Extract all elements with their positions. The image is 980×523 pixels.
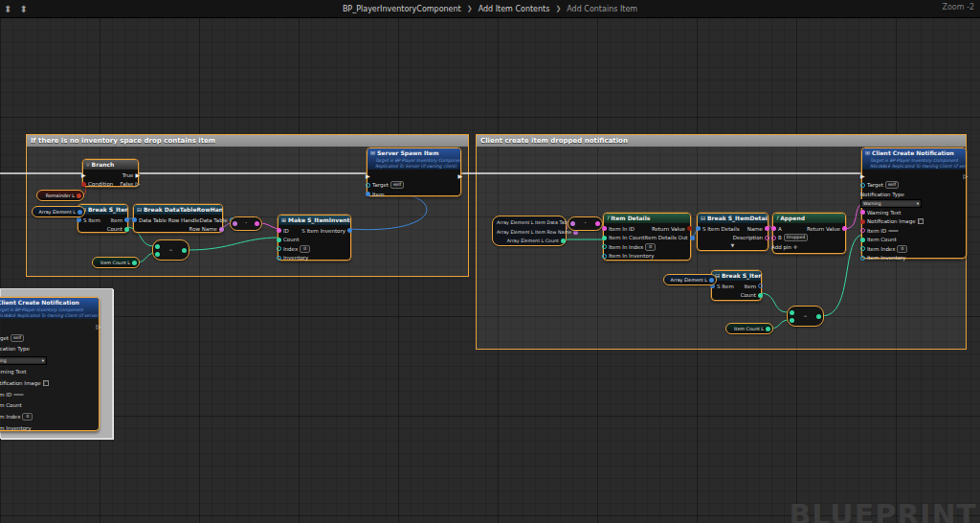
client-create-notification-preview-dropdown[interactable]: Warning▾ bbox=[0, 356, 47, 365]
subtract-2-out-pin[interactable] bbox=[816, 314, 821, 319]
client-create-notification-item-id-pin[interactable] bbox=[860, 228, 865, 233]
make-s-iteminventory-index-pin[interactable] bbox=[277, 246, 281, 251]
client-create-notification-input-box[interactable]: 0 bbox=[897, 245, 907, 253]
subtract-1-in-pin-1[interactable] bbox=[155, 252, 160, 257]
append-header[interactable]: fAppend bbox=[773, 214, 845, 223]
client-create-notification-self-box[interactable]: self bbox=[885, 181, 899, 189]
server-spawn-item-exec-out-pin[interactable]: ▶ bbox=[457, 173, 462, 179]
make-s-iteminventory-node[interactable]: ⊞Make S_ItemInventoryIDS Item InventoryC… bbox=[278, 215, 351, 261]
break-s-item-2-node[interactable]: ⊟Break S_ItemS ItemItemCount bbox=[711, 270, 762, 301]
subtract-2-node[interactable]: – bbox=[787, 306, 824, 327]
array-element-l-2-pin[interactable] bbox=[709, 278, 714, 283]
append-input-box[interactable]: Dropped bbox=[784, 234, 808, 241]
break-s-item-count-pin[interactable] bbox=[124, 227, 129, 232]
client-create-notification-preview-input-box[interactable] bbox=[13, 394, 24, 396]
remainder-l-getter[interactable]: Remainder L bbox=[36, 190, 84, 201]
name-to-string-2-node[interactable]: · bbox=[568, 216, 603, 231]
client-create-notification-image-checkbox[interactable] bbox=[918, 218, 924, 224]
name-to-string-1-in-pin-0[interactable] bbox=[233, 221, 237, 226]
break-s-item-2-item-pin[interactable] bbox=[758, 284, 763, 288]
append-b-pin[interactable] bbox=[771, 236, 776, 240]
nav-arrow-icon-1[interactable]: ⬍ bbox=[4, 4, 11, 14]
name-to-string-1-out-pin[interactable] bbox=[255, 221, 259, 226]
item-details-header[interactable]: fItem Details bbox=[604, 214, 690, 223]
item-details-node[interactable]: fItem DetailsItem In IDReturn ValueItem … bbox=[603, 213, 691, 261]
client-create-notification-target-pin[interactable] bbox=[860, 183, 865, 188]
item-details-item-in-count-pin[interactable] bbox=[602, 236, 607, 240]
append-a-pin[interactable] bbox=[771, 226, 776, 231]
break-s-item-header[interactable]: ⊟Break S_Item bbox=[78, 205, 127, 215]
make-s-iteminventory-input-box[interactable]: 0 bbox=[300, 245, 310, 253]
make-s-iteminventory-count-pin[interactable] bbox=[277, 238, 281, 242]
branch-exec-out-pin[interactable]: ▶ bbox=[135, 172, 140, 178]
break-datatablerowhandle-node[interactable]: ⊟Break DataTableRowHandleData Table Row … bbox=[133, 204, 223, 233]
server-spawn-item-self-box[interactable]: self bbox=[390, 181, 404, 189]
make-s-iteminventory-s-item-inventory-pin[interactable] bbox=[347, 228, 352, 233]
item-details-item-in-inventory-pin[interactable] bbox=[602, 254, 607, 259]
subtract-1-in-pin-0[interactable] bbox=[155, 244, 160, 249]
item-details-item-in-index-pin[interactable] bbox=[602, 244, 607, 249]
client-create-notification-header[interactable]: ✉Client Create NotificationTarget is BP … bbox=[862, 148, 966, 170]
client-create-notification-item-inventory-pin[interactable] bbox=[860, 256, 865, 261]
breadcrumb-current[interactable]: Add Contains Item bbox=[567, 5, 637, 13]
client-create-notification-item-count-pin[interactable] bbox=[860, 238, 865, 242]
name-to-string-2-in-pin-0[interactable] bbox=[570, 221, 575, 226]
branch-condition-pin[interactable] bbox=[81, 182, 86, 187]
make-s-iteminventory-id-pin[interactable] bbox=[277, 228, 281, 233]
break-s-itemdetails-s-item-details-pin[interactable] bbox=[696, 226, 701, 231]
server-spawn-item-item-pin[interactable] bbox=[366, 192, 370, 196]
server-spawn-item-target-pin[interactable] bbox=[366, 183, 370, 188]
branch-exec-out-pin[interactable]: ▷ bbox=[135, 181, 140, 187]
item-details-return-value-pin[interactable] bbox=[687, 226, 692, 231]
comment-client-notification-title[interactable]: Client create item dropped notification bbox=[477, 135, 966, 147]
item-details-item-in-id-pin[interactable] bbox=[602, 226, 607, 231]
break-datatablerowhandle-header[interactable]: ⊟Break DataTableRowHandle bbox=[134, 205, 222, 215]
subtract-1-node[interactable]: – bbox=[152, 239, 189, 261]
branch-header[interactable]: ⑂Branch bbox=[83, 160, 138, 170]
array-element-l-2-getter[interactable]: Array Element L bbox=[663, 274, 717, 285]
item-count-l-pin[interactable] bbox=[132, 261, 137, 265]
server-spawn-item-node[interactable]: ✉Server Spawn ItemTarget is BP Player In… bbox=[367, 148, 461, 196]
client-create-notification-exec-in-pin[interactable]: ▶ bbox=[860, 173, 865, 179]
client-create-notification-preview-image-checkbox[interactable] bbox=[43, 380, 49, 386]
client-create-notification-input-box[interactable] bbox=[888, 230, 899, 232]
client-create-notification-dropdown[interactable]: Warning▾ bbox=[860, 199, 922, 208]
remainder-l-pin[interactable] bbox=[77, 193, 81, 198]
item-count-l-2-pin[interactable] bbox=[766, 327, 770, 331]
breadcrumb-graph[interactable]: Add Item Contents bbox=[479, 5, 550, 13]
client-create-notification-preview-header[interactable]: ✉Client Create NotificationTarget is BP … bbox=[0, 298, 99, 319]
break-s-itemdetails-name-pin[interactable] bbox=[765, 226, 769, 231]
name-to-string-1-node[interactable]: · bbox=[230, 216, 262, 231]
append-return-value-pin[interactable] bbox=[842, 226, 847, 231]
item-details-input-box[interactable]: 0 bbox=[645, 243, 656, 251]
client-create-notification-preview-node[interactable]: ✉Client Create NotificationTarget is BP … bbox=[0, 297, 100, 431]
break-s-item-2-count-pin[interactable] bbox=[758, 293, 763, 298]
break-s-itemdetails-expand-icon[interactable]: ▼ bbox=[698, 242, 768, 248]
graph-canvas[interactable]: BLUEPRINT If there is no inventory space… bbox=[0, 17, 980, 523]
break-datatablerowhandle-row-name-pin[interactable] bbox=[219, 227, 224, 232]
break-s-itemdetails-node[interactable]: ⊟Break S_ItemDetailsS Item DetailsNameDe… bbox=[697, 213, 768, 251]
client-create-notification-node[interactable]: ✉Client Create NotificationTarget is BP … bbox=[861, 148, 967, 259]
client-create-notification-notification-image-pin[interactable] bbox=[860, 219, 865, 224]
break-s-item-item-pin[interactable] bbox=[124, 217, 129, 222]
item-details-item-details-out-pin[interactable] bbox=[690, 236, 695, 240]
array-element-l-pin[interactable] bbox=[78, 210, 82, 215]
client-create-notification-exec-out-pin[interactable]: ▷ bbox=[963, 173, 968, 179]
subtract-1-out-pin[interactable] bbox=[182, 248, 187, 253]
break-s-itemdetails-header[interactable]: ⊟Break S_ItemDetails bbox=[698, 214, 768, 223]
client-create-notification-warning-text-pin[interactable] bbox=[860, 210, 865, 215]
append-node[interactable]: fAppendAReturn ValueBDroppedAdd pin ✛ bbox=[772, 213, 846, 254]
break-s-item-2-header[interactable]: ⊟Break S_Item bbox=[712, 271, 761, 281]
array-element-split-pins[interactable]: Array Element L Item Data TableArray Ele… bbox=[492, 216, 567, 246]
nav-arrow-icon-2[interactable]: ⬍ bbox=[19, 4, 27, 14]
client-create-notification-preview-input-box[interactable]: 0 bbox=[22, 413, 33, 421]
client-create-notification-preview-self-box[interactable]: self bbox=[11, 334, 24, 342]
comment-no-inventory-space-title[interactable]: If there is no inventory space drop cont… bbox=[27, 135, 468, 147]
array-element-l-getter[interactable]: Array Element L bbox=[32, 206, 85, 217]
make-s-iteminventory-inventory-pin[interactable] bbox=[277, 256, 281, 261]
array-element-split-pins-array-element-l-count-pin[interactable] bbox=[561, 239, 566, 243]
item-count-l-2-getter[interactable]: Item Count L bbox=[725, 323, 773, 334]
subtract-2-in-pin-0[interactable] bbox=[790, 310, 794, 315]
branch-exec-in-pin[interactable]: ▶ bbox=[81, 172, 86, 178]
make-s-iteminventory-header[interactable]: ⊞Make S_ItemInventory bbox=[278, 216, 350, 225]
